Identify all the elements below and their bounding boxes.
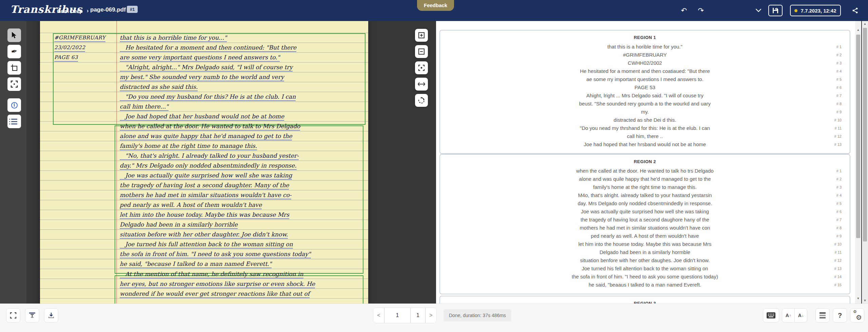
handwritten-line[interactable]: the tragedy of having lost a second daug…	[120, 182, 289, 190]
handwritten-line[interactable]: ped nearly as well. A host of them would…	[120, 201, 262, 209]
save-button[interactable]	[768, 5, 783, 16]
transcription-line-text[interactable]: PAGE 53	[634, 84, 655, 90]
panel-scrollbar-thumb[interactable]	[856, 35, 860, 238]
transcription-line-text[interactable]: day. Mrs Delgado only nodded cbsentminde…	[578, 200, 712, 206]
next-page-button[interactable]: >	[426, 308, 436, 323]
transcription-line[interactable]: when the called at the door. He wanted t…	[440, 167, 850, 175]
transcription-line[interactable]: family's home at the right time to manag…	[440, 183, 850, 191]
transcription-line[interactable]: day. Mrs Delgado only nodded cbsentminde…	[440, 199, 850, 208]
transcription-line[interactable]: ae some rry important questions I meed a…	[440, 75, 850, 83]
handwritten-line[interactable]: Delgado had been in a similarly horrible	[120, 221, 238, 229]
text-region-overlay-3[interactable]	[115, 275, 363, 304]
handwritten-line[interactable]: distracted as she said this.	[120, 83, 198, 91]
transcription-line-text[interactable]: beust. "She sounded rery goumb a to the …	[579, 101, 711, 106]
transcription-line-text[interactable]: family's home at the right time to manag…	[593, 184, 697, 190]
redo-icon[interactable]: ↷	[695, 5, 707, 16]
handwritten-line[interactable]: family's home at the right time to manag…	[120, 142, 257, 150]
transcription-line[interactable]: ped nearly as well. A host of them would…	[440, 232, 850, 240]
virtual-keyboard-button[interactable]	[763, 308, 779, 323]
font-decrease-button[interactable]: A↓	[794, 308, 807, 323]
fit-width-button[interactable]	[415, 78, 428, 91]
zoom-out-button[interactable]	[415, 45, 428, 58]
layout-list-button[interactable]	[7, 115, 21, 128]
region-title[interactable]: REGION 2	[440, 155, 850, 164]
feedback-button[interactable]: Feedback	[417, 0, 454, 11]
transcription-line[interactable]: "Do you nead my thrshand for this: He is…	[440, 124, 850, 132]
handwritten-line[interactable]: when he called at the door. He wanted to…	[120, 123, 300, 131]
handwritten-line[interactable]: call him there..."	[120, 103, 169, 111]
transcription-line-text[interactable]: "Do you nead my thrshand for this: He is…	[580, 125, 710, 131]
transcription-line[interactable]: He hesitated for a moment and then coati…	[440, 67, 850, 75]
handwritten-line[interactable]: He hesitated for a moment and then conti…	[120, 44, 296, 52]
fullscreen-button[interactable]	[6, 308, 20, 323]
window-scrollbar[interactable]: ▲ ▼	[862, 21, 868, 304]
document-page[interactable]: #GRIMFEBRUARY23/02/2022PAGE 63that this …	[40, 21, 368, 304]
zoom-in-button[interactable]	[415, 29, 428, 42]
scroll-up-icon[interactable]: ▲	[862, 21, 868, 26]
breadcrumb-collection[interactable]: Grim Deep	[57, 8, 83, 14]
transcription-line[interactable]: the sofa in front of him. "I heed to ask…	[440, 273, 850, 281]
chevron-down-icon[interactable]	[753, 5, 764, 16]
transcription-line-text[interactable]: my.	[641, 109, 649, 115]
handwritten-line[interactable]: day." Mrs Delgado only nodded absentmind…	[120, 162, 297, 170]
current-page-input[interactable]	[384, 308, 411, 323]
transcription-line-text[interactable]: the tragedy of having lout a second daug…	[580, 217, 709, 222]
handwritten-line[interactable]: "Do you need my husband for this? He is …	[120, 93, 296, 101]
handwritten-line[interactable]: At the mention of that name, he definite…	[120, 271, 303, 278]
region-title[interactable]: REGION 3	[440, 296, 850, 304]
handwritten-line[interactable]: are some very important questions I need…	[120, 54, 280, 62]
transcription-line[interactable]: call him, there ..# 12	[440, 132, 850, 140]
transcription-line-text[interactable]: Joe had hoped that her hrsband would not…	[584, 141, 706, 147]
transcription-line-text[interactable]: mothers he had met in similar stuations …	[580, 225, 710, 231]
download-button[interactable]	[44, 308, 58, 323]
handwritten-line[interactable]: he said, "because I talked to a man name…	[120, 260, 272, 268]
settings-button[interactable]: ⚙⚙	[850, 308, 864, 323]
transcription-line-text[interactable]: the sofa in front of him. "I heed to ask…	[572, 274, 718, 279]
handwritten-line[interactable]: my best." She sounded very numb to the w…	[120, 74, 284, 81]
handwritten-line[interactable]: "No, that's alright. I already talked to…	[120, 152, 299, 160]
pen-tool-button[interactable]: ✒	[7, 45, 21, 58]
line-view-button[interactable]	[815, 308, 830, 323]
handwritten-line[interactable]: Joe had hoped that her husband would not…	[120, 113, 284, 121]
transcription-line[interactable]: #GRIMFEBRUARY# 2	[440, 51, 850, 59]
share-icon[interactable]	[849, 5, 861, 16]
transcription-line[interactable]: distracted as she Dei d this.# 10	[440, 116, 850, 124]
transcription-line[interactable]: Joe had hoped that her hrsband would not…	[440, 140, 850, 149]
transcription-line[interactable]: mothers he had met in similar stuations …	[440, 224, 850, 232]
transcription-line-text[interactable]: ped nearly as well. A host of them would…	[591, 233, 699, 239]
scroll-down-icon[interactable]: ▼	[862, 298, 868, 303]
transcription-line[interactable]: Joe turned his fell altention back to th…	[440, 265, 850, 273]
breadcrumb[interactable]: Grim Deep ›	[57, 7, 89, 14]
transcription-line[interactable]: my.# 9	[440, 108, 850, 116]
handwritten-line[interactable]: alone and was quite happy that he'd mana…	[120, 133, 292, 140]
transcription-line-text[interactable]: let him into the houese today. Maybe thi…	[578, 241, 711, 247]
transcription-line[interactable]: beust. "She sounded rery goumb a to the …	[440, 100, 850, 108]
transcription-line[interactable]: Joe was actually quite surprised how wel…	[440, 208, 850, 216]
add-region-tool-button[interactable]	[7, 61, 21, 75]
handwritten-line[interactable]: that this is a horrible time for you..."	[120, 34, 227, 42]
handwritten-line[interactable]: wondered if he would ever get stronger r…	[120, 290, 310, 298]
handwritten-line[interactable]: #GRIMFEBRUARY	[54, 34, 105, 42]
transcription-line[interactable]: alone and was quile happy that he'd mana…	[440, 175, 850, 183]
transcription-line[interactable]: M4o, that's alright. ialready talked to …	[440, 191, 850, 199]
transcription-line-text[interactable]: Ahight, lright ... Mrs Delgado said. "I …	[586, 93, 703, 98]
panel-scrollbar[interactable]: ▲ ▼	[855, 21, 861, 304]
transcription-line-text[interactable]: Joe turned his fell altention back to th…	[582, 266, 708, 271]
handwritten-line[interactable]: Joe was actually quite surprised how wel…	[120, 172, 292, 180]
transcription-line-text[interactable]: that this is a horible time for you."	[607, 44, 682, 50]
image-canvas[interactable]: #GRIMFEBRUARY23/02/2022PAGE 63that this …	[26, 21, 436, 304]
handwritten-line[interactable]: situation before with her other daughter…	[120, 231, 288, 239]
transcription-line-text[interactable]: he said, "beaaus I talked to a man named…	[589, 282, 701, 288]
split-region-tool-button[interactable]	[7, 77, 21, 91]
transcription-line-text[interactable]: He hesitated for a moment and then coati…	[580, 68, 710, 74]
fit-page-button[interactable]	[415, 61, 428, 74]
handwritten-line[interactable]: Joe turned his full attention back to th…	[120, 241, 293, 249]
transcription-line-text[interactable]: CWHH02/2002	[628, 60, 662, 66]
scroll-up-icon[interactable]: ▲	[855, 27, 861, 33]
transcription-line-text[interactable]: Joe was actually quite surprised how wel…	[581, 209, 709, 214]
select-tool-button[interactable]	[7, 28, 21, 42]
window-scrollbar-thumb[interactable]	[863, 28, 867, 241]
previous-page-button[interactable]: <	[373, 308, 384, 323]
region-title[interactable]: REGION 1	[440, 31, 850, 40]
transcription-line[interactable]: Delgado had been in a similarly hormble#…	[440, 248, 850, 256]
